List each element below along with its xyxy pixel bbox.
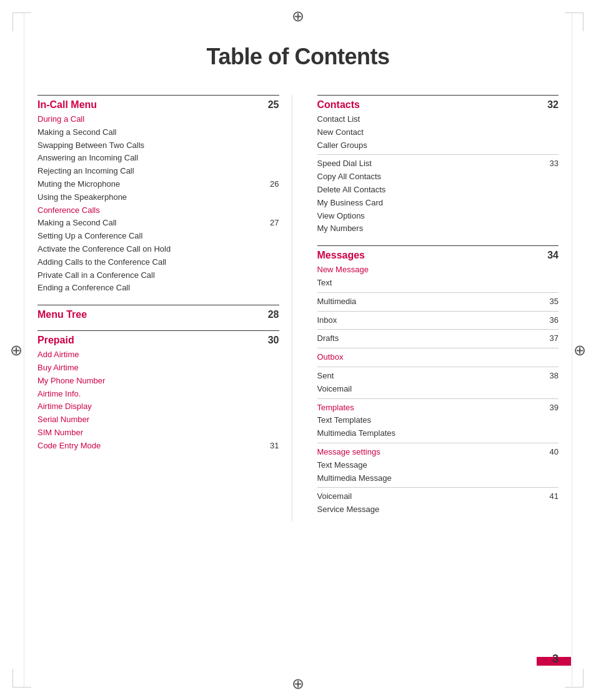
- list-item: Voicemail: [317, 490, 352, 503]
- crosshair-icon-right: [571, 342, 589, 359]
- section-prepaid: Prepaid 30 Add Airtime Buy Airtime My Ph…: [37, 330, 279, 452]
- list-item: Voicemail: [317, 383, 559, 396]
- sub-divider: [317, 398, 559, 399]
- crosshair-right: [571, 342, 589, 359]
- list-item: Conference Calls: [37, 204, 279, 217]
- list-item: Making a Second Call: [37, 217, 116, 230]
- list-item: Inbox: [317, 314, 337, 327]
- list-item-number: 37: [550, 333, 559, 343]
- crosshair-icon-left: [7, 342, 25, 359]
- list-item: Answering an Incoming Call: [37, 152, 279, 165]
- list-item: Swapping Between Two Calls: [37, 139, 279, 152]
- list-item: Multimedia: [317, 295, 357, 308]
- sub-divider: [317, 487, 559, 488]
- list-item: Speed Dial List: [317, 157, 372, 170]
- right-column: Contacts 32 Contact List New Contact Cal…: [311, 95, 559, 521]
- page-wrapper: Table of Contents In-Call Menu 25 During…: [0, 0, 596, 700]
- list-item: Templates: [317, 402, 354, 415]
- list-item: Text: [317, 277, 559, 290]
- list-item-row: Drafts 37: [317, 332, 559, 345]
- corner-bracket-top-right: [565, 12, 584, 31]
- list-item: Service Message: [317, 503, 559, 516]
- list-item-row: Message settings 40: [317, 446, 559, 459]
- list-item: Airtime Info.: [37, 388, 279, 401]
- sub-divider: [317, 329, 559, 330]
- list-item-number: 41: [550, 491, 559, 501]
- list-item: Copy All Contacts: [317, 170, 559, 184]
- list-item: Drafts: [317, 332, 339, 345]
- section-header-in-call-menu: In-Call Menu 25: [37, 95, 279, 111]
- section-header-menu-tree: Menu Tree 28: [37, 305, 279, 320]
- list-item: Ending a Conference Call: [37, 282, 279, 295]
- section-items-in-call-menu: During a Call Making a Second Call Swapp…: [37, 113, 279, 295]
- list-item: During a Call: [37, 113, 279, 126]
- sub-divider: [317, 348, 559, 348]
- list-item: Code Entry Mode: [37, 440, 101, 453]
- list-item-row: Sent 38: [317, 370, 559, 383]
- section-number-contacts: 32: [547, 99, 559, 111]
- section-title-prepaid: Prepaid: [37, 335, 74, 346]
- list-item: Private Call in a Conference Call: [37, 269, 279, 282]
- list-item: Outbox: [317, 351, 559, 364]
- list-item-number: 38: [550, 371, 559, 380]
- list-item: Sent: [317, 370, 334, 383]
- list-item: Multimedia Message: [317, 472, 559, 485]
- list-item-number: 36: [550, 315, 559, 325]
- list-item-number: 26: [270, 179, 279, 189]
- list-item: New Message: [317, 264, 559, 277]
- section-title-in-call-menu: In-Call Menu: [37, 99, 97, 111]
- sub-divider: [317, 443, 559, 443]
- list-item-number: 31: [270, 441, 279, 450]
- page-number: 3: [552, 653, 559, 666]
- section-items-contacts: Contact List New Contact Caller Groups S…: [317, 113, 559, 235]
- left-column: In-Call Menu 25 During a Call Making a S…: [37, 95, 292, 521]
- section-title-menu-tree: Menu Tree: [37, 309, 87, 320]
- section-number-prepaid: 30: [268, 335, 279, 346]
- list-item: Serial Number: [37, 413, 279, 426]
- list-item-row: Voicemail 41: [317, 490, 559, 503]
- list-item-row: Multimedia 35: [317, 295, 559, 308]
- section-header-prepaid: Prepaid 30: [37, 330, 279, 346]
- section-title-messages: Messages: [317, 250, 365, 261]
- list-item-number: 39: [550, 403, 559, 412]
- section-menu-tree: Menu Tree 28: [37, 305, 279, 320]
- corner-bracket-top-left: [12, 12, 31, 31]
- sub-divider: [317, 292, 559, 293]
- section-number-messages: 34: [547, 250, 559, 261]
- crosshair-top: [289, 7, 307, 25]
- sub-divider: [317, 311, 559, 312]
- list-item: View Options: [317, 210, 559, 223]
- list-item-row: Muting the Microphone 26: [37, 178, 279, 191]
- corner-bracket-bottom-right: [565, 669, 584, 688]
- crosshair-left: [7, 342, 25, 359]
- list-item: Activate the Conference Call on Hold: [37, 243, 279, 256]
- list-item-row: Code Entry Mode 31: [37, 440, 279, 453]
- section-title-contacts: Contacts: [317, 99, 360, 111]
- sub-divider: [317, 367, 559, 367]
- list-item-number: 33: [550, 159, 559, 168]
- list-item: Caller Groups: [317, 139, 559, 152]
- list-item: Text Message: [317, 459, 559, 472]
- list-item: Setting Up a Conference Call: [37, 230, 279, 243]
- section-contacts: Contacts 32 Contact List New Contact Cal…: [317, 95, 559, 235]
- section-items-prepaid: Add Airtime Buy Airtime My Phone Number …: [37, 348, 279, 452]
- list-item: Rejecting an Incoming Call: [37, 165, 279, 178]
- list-item-row: Inbox 36: [317, 314, 559, 327]
- list-item-number: 35: [550, 297, 559, 306]
- list-item: My Numbers: [317, 222, 559, 235]
- corner-bracket-bottom-left: [12, 669, 31, 688]
- list-item: Airtime Display: [37, 400, 279, 413]
- crosshair-bottom: [289, 675, 307, 693]
- list-item-number: 27: [270, 218, 279, 227]
- content-area: In-Call Menu 25 During a Call Making a S…: [25, 95, 571, 521]
- list-item: Using the Speakerphone: [37, 191, 279, 204]
- list-item: Add Airtime: [37, 348, 279, 362]
- list-item: My Phone Number: [37, 375, 279, 388]
- list-item: Delete All Contacts: [317, 184, 559, 197]
- sub-divider: [317, 154, 559, 155]
- list-item: Message settings: [317, 446, 380, 459]
- list-item: Adding Calls to the Conference Call: [37, 256, 279, 269]
- section-items-messages: New Message Text Multimedia 35 Inbox 36 …: [317, 264, 559, 516]
- list-item-row: Making a Second Call 27: [37, 217, 279, 230]
- section-in-call-menu: In-Call Menu 25 During a Call Making a S…: [37, 95, 279, 295]
